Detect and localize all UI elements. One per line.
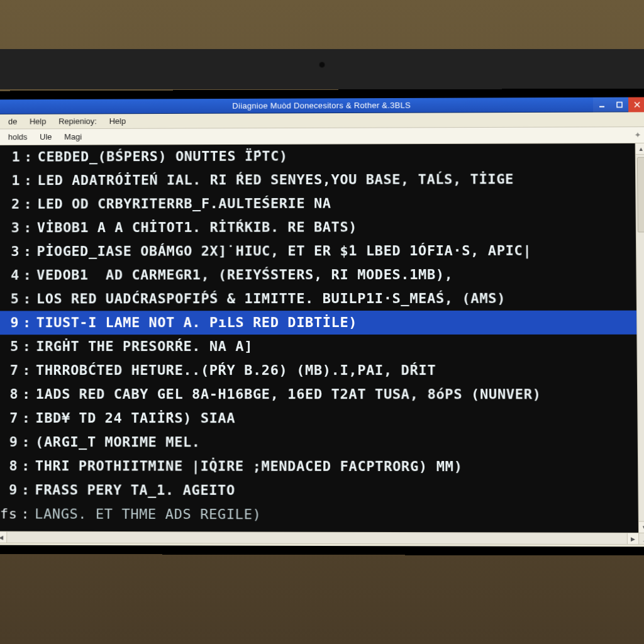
scroll-corner: ⌟ — [638, 533, 644, 544]
editor-line[interactable]: 9:FRASS PERY TA_1. AGEITO — [0, 478, 638, 503]
maximize-icon — [616, 102, 623, 108]
editor-line[interactable]: 8:1ADS RED CABY GEL 8A-H16BGE, 16ED T2AT… — [0, 382, 637, 407]
toolbar-glyph-icon: ✦ — [634, 130, 644, 140]
line-text: LOS RED UADĆRASPOFIṔŚ & 1IMITTE. BUILP1I… — [36, 287, 506, 311]
window-title: Diiagnioe Muòd Donecesitors & Rother &.3… — [232, 101, 411, 111]
editor-line[interactable]: fs:LANGS. ET THME ADS REGILE) — [0, 502, 638, 527]
tab-magi[interactable]: Magi — [58, 129, 88, 145]
menu-item-repienioy[interactable]: Repienioy: — [52, 114, 103, 129]
line-number: 5 — [1, 287, 19, 311]
line-number: 3 — [2, 240, 19, 264]
editor-line[interactable]: 3:VİBOB1 A A CHİTOT1. RİTŔKIB. RE BATS) — [0, 215, 636, 240]
line-number: 8 — [1, 382, 18, 406]
line-text: PİOGED_IASE OBÁMGO 2X]̇ HIUC, ET ER $̇1 … — [36, 239, 531, 264]
line-number: 9 — [0, 478, 18, 502]
line-number: 4 — [2, 264, 19, 287]
menu-item-help2[interactable]: Help — [103, 114, 132, 129]
editor-line[interactable]: 1:LED ADATRÓİTEŃ IAL. RI ŔED SENYES,YOU … — [0, 167, 635, 192]
line-colon: : — [24, 169, 33, 192]
laptop-screen: Diiagnioe Muòd Donecesitors & Rother &.3… — [0, 89, 644, 556]
line-colon: : — [22, 382, 31, 406]
line-number: 2 — [3, 192, 20, 216]
line-text: VEDOB1 AD CARMEGR1, (REIYŚSTERS, RI MODE… — [36, 263, 453, 287]
editor-line[interactable]: 4:VEDOB1 AD CARMEGR1, (REIYŚSTERS, RI MO… — [0, 262, 636, 287]
line-colon: : — [23, 240, 32, 264]
editor-line[interactable]: 3:PİOGED_IASE OBÁMGO 2X]̇ HIUC, ET ER $̇… — [0, 238, 636, 263]
editor-line[interactable]: 5:LOS RED UADĆRASPOFIṔŚ & 1IMITTE. BUILP… — [0, 287, 636, 311]
line-text: VİBOB1 A A CHİTOT1. RİTŔKIB. RE BATS) — [37, 215, 357, 240]
line-colon: : — [21, 430, 30, 454]
code-editor[interactable]: 1:CEBDED_(BŚPERS) ONUTTES ḮPTC)1:LED ADA… — [0, 143, 638, 533]
tab-holds[interactable]: holds — [2, 129, 34, 145]
scroll-thumb[interactable] — [637, 157, 644, 233]
editor-line[interactable]: 7:IBD¥ TD 24 TAIİ́RS) SIAA — [0, 406, 638, 431]
line-colon: : — [22, 358, 31, 382]
menu-item-help[interactable]: Help — [23, 114, 52, 129]
line-number: fs — [0, 502, 18, 526]
line-number: 8 — [0, 454, 18, 478]
editor-line[interactable]: 2:LED OD CRBYRITERRB_F.AULTEŚERIE NA — [0, 191, 636, 216]
maximize-button[interactable] — [611, 97, 628, 113]
line-text: LED ADATRÓİTEŃ IAL. RI ŔED SENYES,YOU BA… — [37, 167, 514, 192]
menu-item-de[interactable]: de — [2, 114, 23, 129]
laptop-bezel — [0, 49, 644, 89]
app-window: Diiagnioe Muòd Donecesitors & Rother &.3… — [0, 97, 644, 547]
line-number: 7 — [1, 406, 18, 430]
scroll-up-button[interactable]: ▲ — [636, 143, 644, 155]
line-colon: : — [24, 145, 33, 169]
editor-line[interactable]: 7:THRROBĆTED HETURE..(PŔY B.26) (MB).I,P… — [0, 358, 637, 382]
window-controls — [593, 97, 644, 112]
menubar: de Help Repienioy: Help — [0, 112, 644, 129]
editor-line[interactable]: 9:(ARGI_T MORIME MEL. — [0, 430, 638, 455]
close-icon — [634, 101, 640, 108]
scroll-down-button[interactable]: ▼ — [639, 521, 644, 533]
line-number: 9 — [1, 311, 19, 335]
line-colon: : — [21, 502, 30, 526]
svg-rect-0 — [599, 106, 604, 108]
scroll-right-button[interactable]: ▶ — [627, 533, 638, 544]
line-colon: : — [21, 478, 30, 502]
scroll-left-button[interactable]: ◀ — [0, 532, 7, 543]
line-text: LED OD CRBYRITERRB_F.AULTEŚERIE NA — [37, 192, 331, 216]
line-text: THRI PROTHIITMINE |IQ̇IRE ;MENDACED FACP… — [35, 454, 463, 479]
editor-line[interactable]: 1:CEBDED_(BŚPERS) ONUTTES ḮPTC) — [0, 143, 635, 169]
editor-area: 1:CEBDED_(BŚPERS) ONUTTES ḮPTC)1:LED ADA… — [0, 143, 644, 533]
titlebar[interactable]: Diiagnioe Muòd Donecesitors & Rother &.3… — [0, 97, 644, 114]
editor-line[interactable]: 5:IRGḢT THE PRESORŔE. NA A] — [0, 335, 637, 358]
line-colon: : — [23, 311, 31, 335]
line-text: (ARGI_T MORIME MEL. — [35, 430, 201, 454]
line-text: FRASS PERY TA_1. AGEITO — [35, 478, 235, 502]
line-number: 7 — [1, 358, 18, 382]
tab-ule[interactable]: Ule — [33, 129, 58, 145]
line-number: 1 — [3, 169, 20, 193]
line-text: IBD¥ TD 24 TAIİ́RS) SIAA — [35, 406, 235, 430]
line-colon: : — [23, 287, 31, 311]
minimize-icon — [599, 102, 605, 108]
laptop-camera — [319, 62, 325, 68]
status-left: Sydoy WorFinsider Brakesale — [1, 545, 108, 547]
line-text: 1ADS RED CABY GEL 8A-H16BGE, 16ED T2AT T… — [36, 382, 541, 406]
svg-rect-1 — [617, 103, 622, 108]
horizontal-scrollbar[interactable]: ◀ ▶ ⌟ — [0, 531, 644, 545]
line-text: LANGS. ET THME ADS REGILE) — [35, 502, 261, 526]
line-colon: : — [23, 335, 31, 358]
line-number: 3 — [2, 216, 19, 240]
line-colon: : — [22, 406, 31, 430]
editor-line[interactable]: 8:THRI PROTHIITMINE |IQ̇IRE ;MENDACED FA… — [0, 454, 638, 479]
line-number: 1 — [3, 145, 20, 169]
line-text: IRGḢT THE PRESORŔE. NA A] — [36, 335, 253, 358]
line-colon: : — [23, 216, 32, 240]
editor-line[interactable]: 9:TIUST-I LAME NOT A. PıLS RED DIBTİLE) — [0, 311, 636, 335]
line-text: TIUST-I LAME NOT A. PıLS RED DIBTİLE) — [36, 311, 358, 335]
line-text: CEBDED_(BŚPERS) ONUTTES ḮPTC) — [38, 145, 288, 169]
minimize-button[interactable] — [593, 97, 611, 113]
line-text: THRROBĆTED HETURE..(PŔY B.26) (MB).I,PAI… — [36, 358, 436, 382]
toolbar: holds Ule Magi ✦ — [0, 127, 644, 145]
close-button[interactable] — [628, 97, 644, 113]
line-number: 9 — [0, 430, 18, 454]
line-colon: : — [23, 264, 31, 287]
line-colon: : — [21, 454, 30, 478]
line-number: 5 — [1, 335, 19, 358]
line-colon: : — [23, 192, 32, 216]
